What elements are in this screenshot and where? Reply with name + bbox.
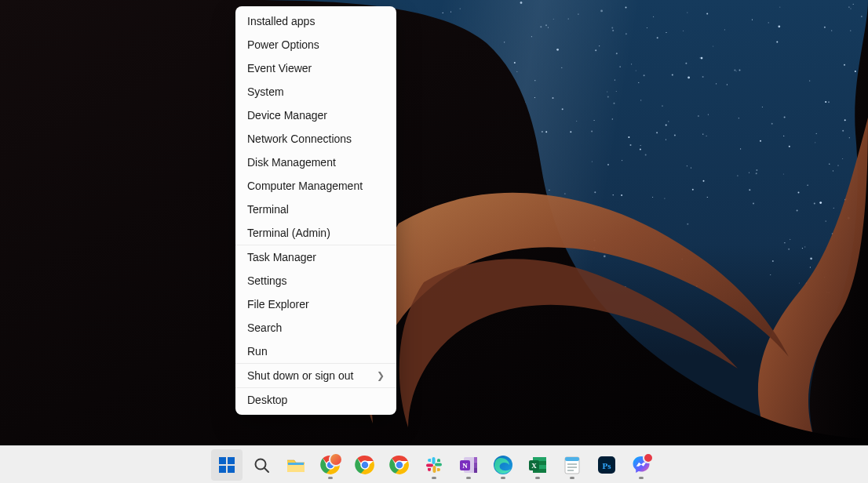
notepad-icon bbox=[563, 455, 582, 475]
svg-point-321 bbox=[561, 67, 562, 68]
taskbar-search[interactable] bbox=[246, 449, 277, 481]
winx-item-settings[interactable]: Settings bbox=[235, 269, 396, 292]
svg-point-99 bbox=[802, 248, 803, 249]
taskbar-messenger[interactable] bbox=[625, 449, 657, 481]
svg-point-125 bbox=[666, 124, 667, 125]
svg-rect-459 bbox=[474, 467, 477, 473]
search-icon bbox=[253, 456, 270, 474]
svg-point-369 bbox=[594, 191, 596, 193]
svg-point-341 bbox=[599, 45, 600, 46]
winx-item-disk-management[interactable]: Disk Management bbox=[235, 151, 396, 174]
menu-item-label: Run bbox=[247, 345, 268, 358]
taskbar-notepad[interactable] bbox=[556, 449, 588, 481]
menu-item-label: System bbox=[247, 85, 284, 98]
winx-item-system[interactable]: System bbox=[235, 80, 396, 104]
menu-item-label: Shut down or sign out bbox=[247, 369, 353, 382]
winx-item-terminal[interactable]: Terminal bbox=[235, 198, 396, 221]
svg-rect-471 bbox=[565, 457, 579, 461]
svg-point-287 bbox=[824, 27, 826, 28]
svg-point-119 bbox=[842, 158, 843, 159]
svg-point-335 bbox=[779, 7, 780, 8]
svg-point-221 bbox=[631, 64, 632, 64]
taskbar-edge[interactable] bbox=[487, 449, 519, 481]
taskbar-slack[interactable] bbox=[418, 449, 450, 481]
svg-point-284 bbox=[683, 31, 684, 31]
svg-point-14 bbox=[850, 31, 851, 31]
winx-item-computer-management[interactable]: Computer Management bbox=[235, 174, 396, 198]
svg-text:X: X bbox=[531, 462, 537, 470]
slack-icon bbox=[425, 456, 443, 474]
svg-point-144 bbox=[810, 267, 811, 267]
taskbar-onenote[interactable]: N bbox=[453, 449, 484, 481]
svg-point-271 bbox=[607, 96, 609, 98]
svg-point-254 bbox=[703, 180, 705, 182]
svg-point-66 bbox=[716, 83, 717, 84]
chrome-icon bbox=[389, 455, 410, 475]
svg-rect-445 bbox=[435, 463, 442, 466]
notification-badge-icon bbox=[643, 452, 654, 463]
svg-point-139 bbox=[789, 146, 790, 147]
menu-item-label: Device Manager bbox=[247, 109, 327, 122]
running-indicator bbox=[328, 477, 333, 479]
winx-item-file-explorer[interactable]: File Explorer bbox=[235, 292, 396, 316]
svg-point-168 bbox=[833, 170, 833, 171]
taskbar-chrome-profile3[interactable] bbox=[384, 449, 415, 481]
svg-rect-451 bbox=[437, 460, 440, 462]
svg-point-328 bbox=[612, 30, 614, 31]
winx-item-event-viewer[interactable]: Event Viewer bbox=[235, 56, 396, 80]
winx-item-search[interactable]: Search bbox=[235, 316, 396, 340]
winx-item-network-connections[interactable]: Network Connections bbox=[235, 127, 396, 151]
svg-point-404 bbox=[760, 140, 761, 142]
winx-item-device-manager[interactable]: Device Manager bbox=[235, 104, 396, 127]
svg-point-421 bbox=[604, 255, 606, 257]
svg-line-432 bbox=[264, 468, 268, 472]
svg-point-187 bbox=[831, 30, 832, 31]
taskbar-file-explorer[interactable] bbox=[280, 449, 312, 481]
svg-point-278 bbox=[753, 203, 754, 205]
svg-point-371 bbox=[520, 2, 523, 4]
svg-rect-434 bbox=[288, 463, 304, 465]
winx-item-terminal-admin[interactable]: Terminal (Admin) bbox=[235, 221, 396, 245]
svg-point-157 bbox=[531, 36, 532, 37]
winx-item-run[interactable]: Run bbox=[235, 340, 396, 363]
taskbar-chrome-profile2[interactable] bbox=[349, 449, 381, 481]
svg-point-259 bbox=[514, 62, 516, 64]
winx-item-power-options[interactable]: Power Options bbox=[235, 33, 396, 56]
svg-point-24 bbox=[607, 164, 609, 165]
svg-rect-458 bbox=[474, 462, 477, 467]
winx-item-shutdown-signout[interactable]: Shut down or sign out ❯ bbox=[235, 364, 396, 387]
svg-point-352 bbox=[707, 197, 708, 198]
svg-point-200 bbox=[545, 24, 547, 26]
taskbar-photoshop[interactable]: Ps bbox=[591, 449, 622, 481]
svg-point-72 bbox=[685, 63, 687, 64]
winx-item-installed-apps[interactable]: Installed apps bbox=[235, 9, 396, 33]
svg-text:Ps: Ps bbox=[603, 460, 612, 470]
running-indicator bbox=[570, 477, 574, 479]
svg-point-129 bbox=[844, 119, 846, 121]
taskbar-start[interactable] bbox=[211, 449, 243, 481]
svg-point-223 bbox=[668, 121, 669, 122]
svg-point-241 bbox=[542, 131, 543, 133]
svg-point-401 bbox=[615, 79, 615, 80]
running-indicator bbox=[501, 477, 505, 479]
taskbar-chrome-profile1[interactable] bbox=[315, 449, 346, 481]
svg-point-316 bbox=[739, 118, 739, 118]
svg-point-153 bbox=[790, 239, 790, 240]
svg-point-170 bbox=[842, 130, 844, 132]
svg-rect-430 bbox=[228, 466, 235, 473]
winx-item-desktop[interactable]: Desktop bbox=[235, 388, 396, 412]
svg-point-238 bbox=[833, 208, 834, 209]
svg-point-422 bbox=[784, 242, 785, 243]
svg-point-262 bbox=[736, 71, 737, 71]
svg-rect-429 bbox=[219, 466, 226, 473]
svg-point-7 bbox=[713, 45, 713, 46]
taskbar-excel[interactable]: X bbox=[522, 449, 553, 481]
svg-point-222 bbox=[828, 101, 830, 103]
svg-point-210 bbox=[778, 25, 780, 27]
svg-point-374 bbox=[600, 10, 603, 13]
svg-point-244 bbox=[613, 194, 614, 195]
svg-point-172 bbox=[549, 190, 549, 191]
winx-item-task-manager[interactable]: Task Manager bbox=[235, 245, 396, 269]
svg-point-390 bbox=[636, 71, 636, 71]
svg-point-110 bbox=[702, 134, 703, 135]
